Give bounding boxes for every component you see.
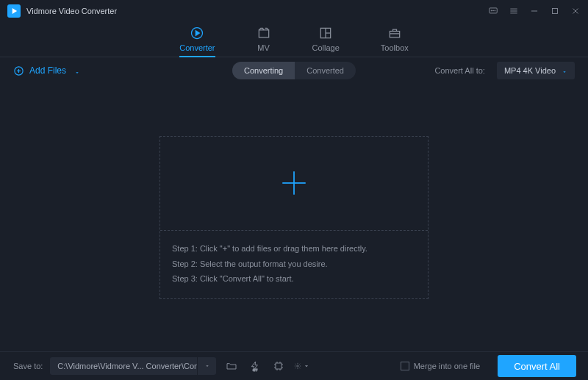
svg-point-33 — [297, 365, 299, 368]
status-segment: Converting Converted — [232, 62, 356, 79]
menu-icon[interactable] — [509, 6, 519, 16]
svg-rect-24 — [276, 363, 282, 369]
svg-rect-8 — [553, 9, 558, 14]
toolbar: Add Files Converting Converted Convert A… — [0, 57, 588, 84]
output-format-select[interactable]: MP4 4K Video — [497, 62, 575, 79]
add-files-label: Add Files — [29, 65, 66, 76]
add-files-button[interactable]: Add Files — [13, 65, 80, 76]
step-2-text: Step 2: Select the output format you des… — [172, 257, 416, 272]
add-files-dropzone[interactable] — [160, 137, 428, 231]
plus-icon — [279, 168, 309, 198]
app-logo — [7, 4, 21, 18]
checkbox-box — [401, 362, 409, 370]
convert-all-to-label: Convert All to: — [434, 66, 484, 75]
svg-point-1 — [491, 10, 492, 11]
titlebar: Vidmore Video Converter — [0, 0, 588, 22]
close-button[interactable] — [570, 6, 581, 16]
tab-label: MV — [257, 43, 270, 52]
bottom-bar: Save to: C:\Vidmore\Vidmore V... Convert… — [0, 351, 588, 380]
feedback-icon[interactable] — [488, 6, 498, 16]
merge-checkbox[interactable]: Merge into one file — [401, 362, 481, 370]
save-path-text[interactable]: C:\Vidmore\Vidmore V... Converter\Conver… — [50, 362, 197, 370]
svg-text:OFF: OFF — [253, 369, 258, 372]
app-title: Vidmore Video Converter — [26, 7, 488, 15]
segment-converting[interactable]: Converting — [232, 62, 295, 79]
gpu-accel-button[interactable] — [270, 358, 287, 374]
convert-all-button[interactable]: Convert All — [498, 355, 576, 377]
open-folder-button[interactable] — [223, 358, 240, 374]
collage-icon — [318, 26, 333, 40]
svg-point-3 — [495, 10, 495, 11]
svg-point-2 — [493, 10, 494, 11]
save-to-label: Save to: — [13, 362, 43, 370]
save-path-box: C:\Vidmore\Vidmore V... Converter\Conver… — [50, 357, 216, 375]
format-selected-value: MP4 4K Video — [504, 66, 556, 75]
chevron-down-icon — [74, 68, 80, 74]
converter-icon — [190, 26, 204, 40]
instructions: Step 1: Click "+" to add files or drag t… — [160, 231, 428, 299]
minimize-button[interactable] — [529, 6, 539, 16]
step-1-text: Step 1: Click "+" to add files or drag t… — [172, 241, 416, 257]
tab-collage[interactable]: Collage — [312, 26, 340, 57]
tab-converter[interactable]: Converter — [179, 26, 215, 57]
main-area: Step 1: Click "+" to add files or drag t… — [0, 84, 588, 351]
tab-label: Collage — [312, 43, 340, 52]
mv-icon — [257, 26, 271, 40]
tab-label: Toolbox — [381, 43, 409, 52]
tab-toolbox[interactable]: Toolbox — [381, 26, 409, 57]
save-path-dropdown[interactable] — [197, 357, 216, 375]
settings-button[interactable] — [294, 358, 310, 374]
toolbox-icon — [387, 26, 402, 40]
svg-rect-16 — [390, 32, 399, 37]
plus-circle-icon — [13, 65, 24, 76]
step-3-text: Step 3: Click "Convert All" to start. — [172, 271, 416, 287]
svg-rect-12 — [259, 30, 268, 37]
maximize-button[interactable] — [550, 6, 560, 16]
merge-label: Merge into one file — [414, 362, 481, 370]
tab-label: Converter — [179, 43, 215, 52]
chevron-down-icon — [562, 68, 567, 74]
segment-converted[interactable]: Converted — [295, 62, 356, 79]
high-speed-button[interactable]: OFF — [247, 358, 263, 374]
main-tabs: Converter MV Collage Toolbox — [0, 22, 588, 57]
dropzone: Step 1: Click "+" to add files or drag t… — [159, 136, 429, 300]
tab-mv[interactable]: MV — [257, 26, 271, 57]
